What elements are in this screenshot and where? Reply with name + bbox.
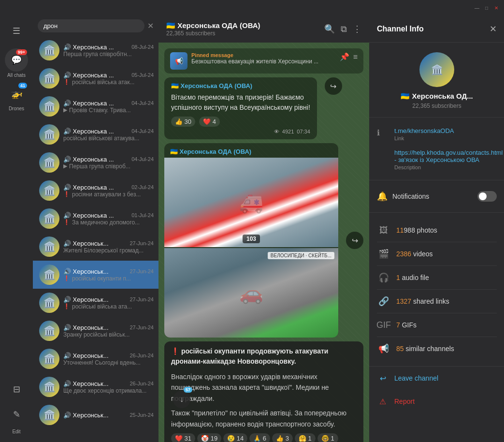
forward-photo-icon: ↪ — [352, 236, 358, 245]
leave-channel-row[interactable]: ↩ Leave channel — [369, 367, 504, 390]
maximize-button[interactable]: □ — [483, 4, 490, 12]
reaction-pray[interactable]: 🙏 6 — [249, 433, 270, 442]
drones-button[interactable]: 41 🚁 — [5, 82, 28, 105]
reaction-hug[interactable]: 🤗 1 — [295, 433, 316, 442]
avatar: 🏛️ — [39, 180, 59, 201]
reaction-heart[interactable]: ❤️ 4 — [199, 117, 220, 127]
ambulance-number: 103 — [243, 235, 260, 243]
chat-time: 02-Jul-24 — [131, 184, 154, 190]
report-label: Report — [394, 398, 415, 405]
avatar: 🏛️ — [39, 405, 59, 425]
chat-name: 🔊 Херсонська ... — [63, 100, 114, 107]
chat-time: 08-Jul-24 — [131, 44, 154, 50]
reaction-thumbs2[interactable]: 👍 3 — [272, 433, 293, 442]
reaction-heart2[interactable]: ❤️ 31 — [171, 433, 195, 442]
chat-name: 🔊 Херсонська ... — [63, 72, 114, 79]
notifications-toggle[interactable] — [477, 191, 497, 202]
chat-item[interactable]: 🏛️ 🔊 Херсонськ... 25-Jun-24 — [33, 401, 158, 429]
reaction-clown[interactable]: 🤡 19 — [197, 433, 221, 442]
pinned-message[interactable]: 📢 Pinned message Безкоштовна евакуація ж… — [164, 48, 363, 74]
channel-link[interactable]: t.me/khersonskаОDA — [394, 127, 497, 134]
chat-header-bar: 🇺🇦 Херсонська ОДА (ОВА) 22,365 subscribe… — [158, 15, 369, 43]
reaction-cry[interactable]: 😢 14 — [223, 433, 247, 442]
chat-item[interactable]: 🏛️ 🔊 Херсонськ... 27-Jun-24 ❗ російські … — [33, 289, 158, 317]
search-clear-button[interactable]: ✕ — [147, 21, 154, 30]
links-row[interactable]: 🔗 1327 shared links — [377, 290, 497, 313]
chat-name: 🔊 Херсонськ... — [63, 240, 109, 247]
more-button[interactable]: ⋮ — [353, 24, 361, 34]
chat-time: 05-Jul-24 — [131, 72, 154, 78]
chat-item[interactable]: 🏛️ 🔊 Херсонська ... 01-Jul-24 ❗ За медич… — [33, 205, 158, 233]
banner-text: ВЕЛОСИПЕДИ · СКЕЙТБ... — [268, 252, 334, 259]
chat-item[interactable]: 🏛️ 🔊 Херсонська ... 08-Jul-24 Перша груп… — [33, 36, 158, 64]
search-button[interactable]: 🔍 — [324, 24, 335, 34]
scroll-down-button[interactable]: 57 ↓ — [173, 391, 190, 408]
minimize-button[interactable]: — — [473, 4, 481, 12]
notifications-label: Notifications — [392, 192, 477, 200]
pinned-thumbnail: 📢 — [170, 52, 187, 70]
chat-item-active[interactable]: 🏛️ 🔊 Херсонськ... 27-Jun-24 ❗ російські … — [33, 261, 158, 289]
chat-info: 🔊 Херсонськ... 26-Jun-24 Ще двоє херсонц… — [63, 380, 154, 394]
chat-name: 🔊 Херсонськ... — [63, 268, 109, 275]
chat-item[interactable]: 🏛️ 🔊 Херсонськ... 27-Jun-24 Жителі Білоз… — [33, 233, 158, 261]
chat-item[interactable]: 🏛️ 🔊 Херсонська ... 05-Jul-24 ❗ російськ… — [33, 64, 158, 92]
avatar: 🏛️ — [39, 265, 59, 285]
chat-item[interactable]: 🏛️ 🔊 Херсонська ... 02-Jul-24 ❗ росіяни … — [33, 177, 158, 205]
chat-item[interactable]: 🏛️ 🔊 Херсонська ... 04-Jul-24 ▶ Провів С… — [33, 92, 158, 120]
forward-photo-button[interactable]: ↪ — [346, 232, 363, 249]
chat-time: 27-Jun-24 — [130, 296, 154, 302]
chat-preview: ▶ Провів Ставку. Трива... — [63, 107, 154, 114]
chat-info: 🔊 Херсонська ... 04-Jul-24 ▶ Перша група… — [63, 156, 154, 170]
report-row[interactable]: ⚠ Report — [369, 390, 504, 413]
chat-item[interactable]: 🏛️ 🔊 Херсонськ... 26-Jun-24 Ще двоє херс… — [33, 373, 158, 401]
menu-button[interactable]: ☰ — [5, 19, 28, 43]
notifications-section: 🔔 Notifications — [369, 180, 504, 212]
info-subscriber-count: 22,365 subscribers — [412, 103, 461, 109]
audio-count: 1 audio file — [396, 274, 429, 281]
reaction-thumbs-up[interactable]: 👍 30 — [171, 117, 195, 127]
close-button[interactable]: ✕ — [492, 4, 500, 12]
photo-message: 🇺🇦 Херсонська ОДА (ОВА) 🚑 103 🚗 ВЕЛОСИПЕ… — [164, 143, 338, 338]
all-chats-button[interactable]: 99+ 💬 — [5, 48, 28, 72]
filter-button[interactable]: ⊟ — [5, 378, 28, 401]
info-profile: 🏛️ 🇺🇦 Херсонська ОД... 22,365 subscriber… — [369, 43, 504, 117]
gifs-count: 7 GIFs — [396, 321, 417, 329]
chat-name: 🔊 Херсонська ... — [63, 128, 114, 135]
info-close-button[interactable]: ✕ — [490, 24, 497, 34]
chat-item[interactable]: 🏛️ 🔊 Херсонська ... 04-Jul-24 ▶ Перша гр… — [33, 148, 158, 177]
chat-info: 🔊 Херсонська ... 08-Jul-24 Перша група с… — [63, 44, 154, 58]
sender-name: 🇺🇦 Херсонська ОДА (ОВА) — [171, 82, 252, 89]
chat-name: 🔊 Херсонська ... — [63, 44, 114, 51]
edit-icon: ✎ — [13, 409, 20, 420]
avatar: 🏛️ — [39, 96, 59, 117]
chat-name: 🔊 Херсонськ... — [63, 412, 109, 419]
chat-item[interactable]: 🏛️ 🔊 Херсонськ... 26-Jun-24 Уточнення! С… — [33, 345, 158, 373]
flag-icon: 🇺🇦 — [166, 21, 175, 29]
pinned-label: Pinned message — [191, 52, 336, 58]
chat-info: 🔊 Херсонськ... 25-Jun-24 — [63, 412, 154, 419]
info-link-row: ℹ t.me/khersonskаОDA Link — [377, 123, 497, 145]
pin-icon: 📌 — [340, 52, 349, 61]
audio-row[interactable]: 🎧 1 audio file — [377, 266, 497, 290]
chat-name: 🔊 Херсонськ... — [63, 296, 109, 303]
edit-button[interactable]: ✎ — [5, 403, 28, 426]
all-chats-icon: 💬 — [11, 55, 22, 65]
chat-item[interactable]: 🏛️ 🔊 Херсонськ... 27-Jun-24 Зранку росій… — [33, 317, 158, 345]
pinned-actions: 📌 ≡ — [340, 52, 358, 61]
chat-item[interactable]: 🏛️ 🔊 Херсонська ... 04-Jul-24 російські … — [33, 120, 158, 148]
photos-row[interactable]: 🖼 11988 photos — [377, 219, 497, 242]
chat-preview: ❗ російські війська ата... — [63, 303, 154, 310]
info-avatar: 🏛️ — [419, 52, 454, 87]
scroll-badge: 57 — [184, 387, 192, 393]
chat-preview: ❗ За медичною допомого... — [63, 219, 154, 226]
videos-row[interactable]: 🎬 2386 videos — [377, 242, 497, 266]
channel-info-panel: Channel Info ✕ 🏛️ 🇺🇦 Херсонська ОД... 22… — [369, 15, 504, 442]
forward-button[interactable]: ↪ — [325, 77, 342, 95]
similar-row[interactable]: 📢 85 similar channels — [377, 337, 497, 360]
leave-channel-label: Leave channel — [394, 374, 438, 382]
search-input[interactable] — [38, 19, 144, 32]
columns-button[interactable]: ⧉ — [341, 24, 347, 34]
reaction-nerd[interactable]: 🤓 1 — [317, 433, 338, 442]
ambulance-photo: 🚑 103 — [164, 158, 338, 247]
gifs-row[interactable]: GIF 7 GIFs — [377, 313, 497, 337]
